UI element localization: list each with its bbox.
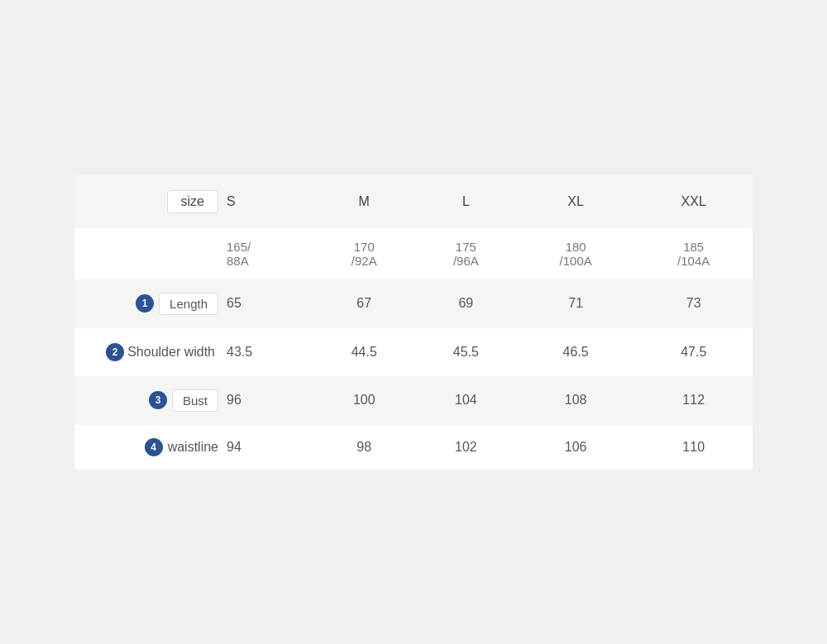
header-col-m: M — [313, 175, 415, 228]
length-row: 1 Length 65 67 69 71 73 — [74, 279, 753, 328]
bust-label-cell: 3 Bust — [74, 376, 223, 425]
length-xl: 71 — [517, 279, 635, 328]
header-col-s: S — [223, 175, 313, 228]
sub-header-l: 175 /96A — [415, 228, 517, 279]
size-table-container: size S M L XL XXL 165/ 88A 170 /92A 175 … — [74, 175, 753, 470]
bust-m: 100 — [313, 376, 415, 425]
length-xxl: 73 — [634, 279, 753, 328]
shoulder-row: 2 Shoulder width 43.5 44.5 45.5 46.5 47.… — [74, 328, 753, 376]
bust-row: 3 Bust 96 100 104 108 112 — [74, 376, 753, 425]
bust-xl: 108 — [517, 376, 635, 425]
bust-label: Bust — [172, 389, 218, 412]
shoulder-s: 43.5 — [223, 328, 313, 376]
shoulder-l: 45.5 — [415, 328, 517, 376]
waistline-xl: 106 — [517, 425, 635, 470]
size-table: size S M L XL XXL 165/ 88A 170 /92A 175 … — [74, 175, 753, 470]
sub-header-xl: 180 /100A — [517, 228, 635, 279]
waistline-l: 102 — [415, 425, 517, 470]
shoulder-label: Shoulder width — [127, 345, 215, 360]
shoulder-badge: 2 — [106, 343, 124, 361]
waistline-m: 98 — [313, 425, 415, 470]
sub-header-m: 170 /92A — [313, 228, 415, 279]
waistline-badge: 4 — [145, 438, 163, 456]
header-col-xl: XL — [517, 175, 635, 228]
header-row: size S M L XL XXL — [74, 175, 753, 228]
length-s: 65 — [223, 279, 313, 328]
sub-header-s: 165/ 88A — [223, 228, 313, 279]
header-col-l: L — [415, 175, 517, 228]
waistline-label: waistline — [168, 440, 218, 455]
sub-header-xxl: 185 /104A — [634, 228, 753, 279]
length-badge: 1 — [136, 294, 154, 312]
header-label-cell: size — [74, 175, 223, 228]
header-col-xxl: XXL — [634, 175, 753, 228]
shoulder-xl: 46.5 — [517, 328, 635, 376]
waistline-label-cell: 4 waistline — [74, 425, 223, 470]
sub-header-row: 165/ 88A 170 /92A 175 /96A 180 /100A 185… — [74, 228, 753, 279]
length-l: 69 — [415, 279, 517, 328]
shoulder-label-cell: 2 Shoulder width — [74, 328, 223, 376]
shoulder-m: 44.5 — [313, 328, 415, 376]
waistline-xxl: 110 — [634, 425, 753, 470]
sub-header-empty — [74, 228, 223, 279]
waistline-s: 94 — [223, 425, 313, 470]
size-tag: size — [167, 190, 218, 213]
bust-xxl: 112 — [634, 376, 753, 425]
waistline-row: 4 waistline 94 98 102 106 110 — [74, 425, 753, 470]
bust-l: 104 — [415, 376, 517, 425]
bust-badge: 3 — [149, 391, 167, 409]
length-m: 67 — [313, 279, 415, 328]
bust-s: 96 — [223, 376, 313, 425]
shoulder-xxl: 47.5 — [634, 328, 753, 376]
length-label-cell: 1 Length — [74, 279, 223, 328]
length-label: Length — [159, 293, 218, 315]
